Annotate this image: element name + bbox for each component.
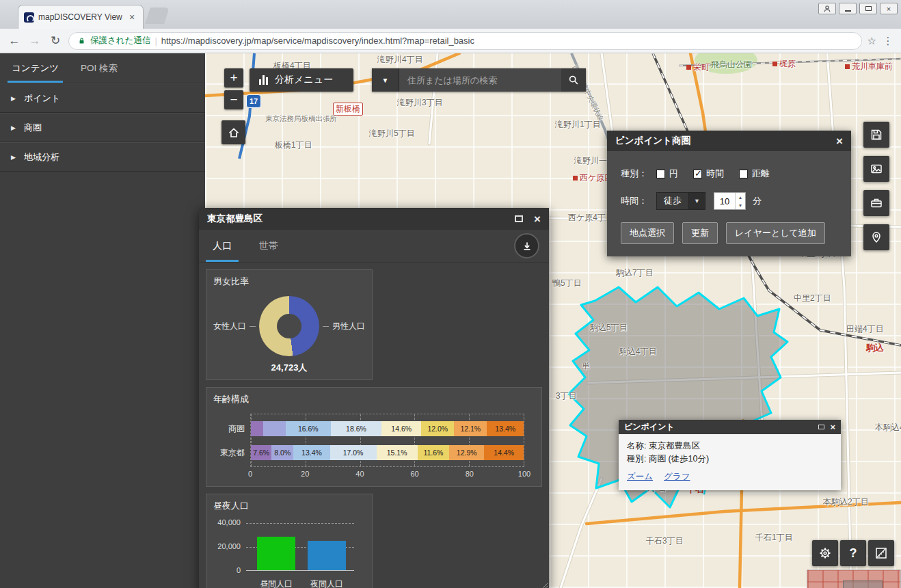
workspace-button[interactable]: [863, 190, 889, 216]
sidebar-tab-contents[interactable]: コンテンツ: [10, 53, 61, 83]
url-bar[interactable]: 保護された通信 | https://mapdiscovery.jp/map/se…: [68, 32, 862, 50]
bar-segment: 7.6%: [251, 445, 271, 460]
type-option-時間[interactable]: 時間: [693, 168, 724, 180]
bar-segment: 16.6%: [286, 421, 331, 436]
sidebar-item-label: 商圏: [24, 122, 42, 134]
stacked-bar: 16.6%18.6%14.6%12.0%12.1%13.4%: [251, 421, 524, 436]
route-17-shield: 17: [246, 94, 261, 108]
help-button[interactable]: ?: [840, 540, 866, 566]
bookmark-star-icon[interactable]: ☆: [868, 35, 876, 47]
browser-menu-icon[interactable]: ⋮: [882, 35, 894, 47]
close-icon[interactable]: ×: [534, 213, 541, 225]
close-icon[interactable]: ×: [830, 423, 835, 431]
bar-segment: 12.1%: [454, 421, 487, 436]
lock-icon: [77, 36, 86, 46]
name-value: 東京都豊島区: [649, 441, 700, 451]
bar-segment: 17.0%: [330, 445, 377, 460]
minutes-stepper[interactable]: 10 ▲ ▼: [714, 192, 746, 210]
browser-tab[interactable]: mapDISCOVERY View... ×: [18, 5, 144, 29]
search-icon: [567, 74, 580, 86]
map-label: 滝野川3丁目: [397, 97, 443, 109]
close-button[interactable]: ×: [880, 3, 898, 14]
save-map-button[interactable]: [863, 122, 889, 148]
map-label: 栄町: [686, 62, 710, 73]
overview-extent-box[interactable]: [843, 580, 883, 588]
sidebar: コンテンツPOI 検索 ▶ポイント▶商圏▶地域分析: [0, 53, 205, 588]
map-label: 新板橋: [333, 103, 363, 116]
search-dropdown-button[interactable]: ▼: [372, 68, 399, 92]
checkbox-checked-icon[interactable]: [693, 170, 702, 178]
select-point-button[interactable]: 地点選択: [621, 222, 674, 244]
minutes-value: 10: [714, 193, 735, 209]
add-point-button[interactable]: [863, 224, 889, 250]
bar-chart-icon: [259, 75, 268, 85]
reload-icon[interactable]: ↻: [48, 34, 63, 48]
checkbox-icon[interactable]: [739, 170, 748, 178]
gridline: [524, 414, 524, 466]
sidebar-item[interactable]: ▶商圏: [0, 113, 205, 142]
stats-tabs: 人口世帯: [199, 230, 549, 263]
download-button[interactable]: [514, 233, 539, 258]
sidebar-tab-poi-search[interactable]: POI 検索: [79, 53, 120, 83]
update-button[interactable]: 更新: [682, 222, 718, 244]
pinpoint-popup: ピンポイント × 名称: 東京都豊島区 種別: 商圏 (徒歩10分) ズームグラ…: [619, 420, 841, 490]
measure-button[interactable]: [868, 540, 894, 566]
age-structure-card: 年齢構成 商圏東京都 16.6%18.6%14.6%12.0%12.1%13.4…: [206, 387, 542, 487]
bar-segment: 14.6%: [381, 421, 421, 436]
overview-map[interactable]: 東京: [807, 570, 901, 588]
zoom-in-button[interactable]: +: [224, 68, 243, 88]
profile-icon[interactable]: [818, 3, 836, 14]
type-option-距離[interactable]: 距離: [739, 168, 770, 180]
gridline: [246, 523, 354, 524]
browser-titlebar: mapDISCOVERY View... × ×: [0, 0, 901, 29]
forward-icon[interactable]: →: [27, 34, 42, 48]
type-option-円[interactable]: 円: [656, 168, 678, 180]
search-input[interactable]: [399, 68, 561, 92]
chevron-down-icon[interactable]: ▼: [689, 192, 705, 210]
type-option-label: 距離: [752, 168, 770, 180]
sidebar-item[interactable]: ▶地域分析: [0, 142, 205, 172]
type-option-label: 時間: [706, 168, 724, 180]
graph-link[interactable]: グラフ: [664, 470, 690, 483]
zoom-out-button[interactable]: −: [224, 90, 243, 109]
map-label: 駒込4丁目: [619, 346, 657, 358]
total-population: 24,723人: [213, 362, 365, 374]
sidebar-item-label: ポイント: [24, 92, 60, 105]
type-label: 種別：: [621, 168, 656, 180]
maximize-icon[interactable]: [818, 425, 824, 429]
maximize-icon[interactable]: [515, 215, 523, 222]
zoom-link[interactable]: ズーム: [627, 470, 653, 483]
settings-button[interactable]: [812, 540, 838, 566]
analysis-menu-button[interactable]: 分析メニュー: [250, 68, 353, 92]
sidebar-item[interactable]: ▶ポイント: [0, 83, 205, 113]
search-button[interactable]: [561, 68, 586, 92]
minimize-button[interactable]: [839, 3, 857, 14]
axis-category-label: 夜間人口: [308, 578, 346, 588]
bar-segment: 12.0%: [421, 421, 454, 436]
stepper-down-icon[interactable]: ▼: [736, 201, 745, 209]
stepper-up-icon[interactable]: ▲: [736, 193, 745, 201]
map-label: 3丁目: [556, 390, 577, 402]
back-icon[interactable]: ←: [7, 34, 22, 48]
chevron-down-icon: ▼: [382, 77, 389, 84]
stats-tab-households[interactable]: 世帯: [255, 230, 282, 262]
tab-close-icon[interactable]: ×: [126, 12, 137, 23]
add-as-layer-button[interactable]: レイヤーとして追加: [726, 222, 825, 244]
maximize-button[interactable]: [859, 3, 877, 14]
export-image-button[interactable]: [863, 156, 889, 182]
axis-tick: 60: [410, 470, 418, 478]
url-separator: |: [154, 36, 157, 46]
name-label: 名称:: [627, 441, 646, 451]
new-tab-button[interactable]: [145, 8, 170, 24]
panel-title: 東京都豊島区: [207, 213, 263, 225]
map-label: 本駒込4丁目: [875, 422, 901, 433]
home-button[interactable]: [221, 120, 245, 144]
axis-tick: 20,000: [217, 542, 241, 550]
popup-links: ズームグラフ: [627, 470, 833, 483]
checkbox-icon[interactable]: [656, 170, 665, 178]
stats-tab-population[interactable]: 人口: [209, 230, 236, 262]
close-icon[interactable]: ×: [836, 135, 843, 147]
mode-select[interactable]: 徒歩 ▼: [656, 192, 705, 210]
bar-segment: 18.6%: [331, 421, 381, 436]
map-label: 梶原: [772, 58, 796, 70]
